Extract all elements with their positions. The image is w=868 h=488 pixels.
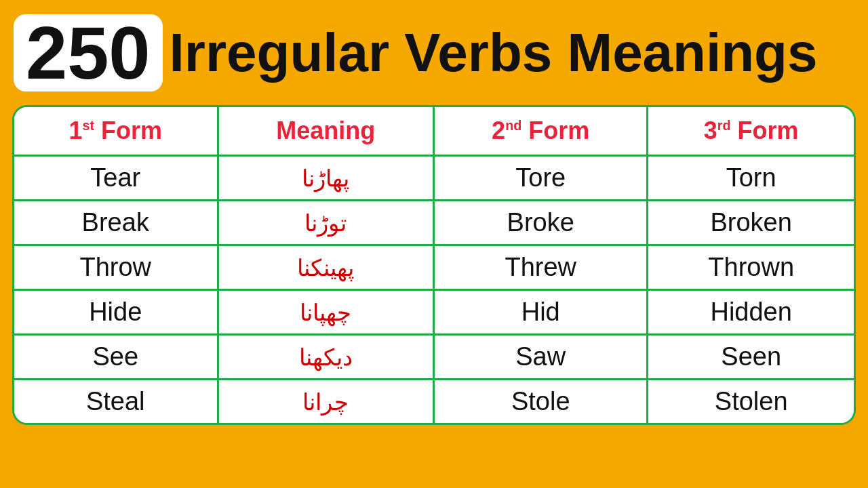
cell-meaning: چھپانا — [218, 290, 434, 335]
number-text: 250 — [26, 11, 151, 94]
cell-form3: Torn — [648, 156, 854, 201]
table-row: TearپھاڑناToreTorn — [14, 156, 854, 201]
cell-form1: Break — [14, 201, 218, 245]
table-row: HideچھپاناHidHidden — [14, 290, 854, 335]
col-header-meaning: Meaning — [218, 107, 434, 156]
cell-form2: Hid — [434, 290, 648, 335]
cell-form3: Stolen — [648, 380, 854, 424]
col-header-form2: 2nd Form — [434, 107, 648, 156]
table-body: TearپھاڑناToreTornBreakتوڑناBrokeBrokenT… — [14, 156, 854, 424]
cell-meaning: دیکھنا — [218, 335, 434, 380]
cell-form1: Throw — [14, 245, 218, 290]
cell-form2: Tore — [434, 156, 648, 201]
table-row: BreakتوڑناBrokeBroken — [14, 201, 854, 245]
col-header-form3: 3rd Form — [648, 107, 854, 156]
cell-form1: Steal — [14, 380, 218, 424]
cell-meaning: پھاڑنا — [218, 156, 434, 201]
cell-meaning: توڑنا — [218, 201, 434, 245]
cell-form2: Threw — [434, 245, 648, 290]
table-row: ThrowپھینکناThrewThrown — [14, 245, 854, 290]
cell-form2: Saw — [434, 335, 648, 380]
cell-form1: Hide — [14, 290, 218, 335]
cell-form1: Tear — [14, 156, 218, 201]
cell-form2: Broke — [434, 201, 648, 245]
table-wrapper: 1st Form Meaning 2nd Form 3rd Form Tearپ… — [12, 105, 856, 425]
cell-meaning: چرانا — [218, 380, 434, 424]
cell-form1: See — [14, 335, 218, 380]
header-title: Irregular Verbs Meanings — [170, 26, 818, 80]
number-badge: 250 — [14, 14, 163, 92]
cell-form2: Stole — [434, 380, 648, 424]
table-header-row: 1st Form Meaning 2nd Form 3rd Form — [14, 107, 854, 156]
cell-meaning: پھینکنا — [218, 245, 434, 290]
table-row: StealچراناStoleStolen — [14, 380, 854, 424]
cell-form3: Seen — [648, 335, 854, 380]
verb-table: 1st Form Meaning 2nd Form 3rd Form Tearپ… — [14, 107, 854, 423]
cell-form3: Hidden — [648, 290, 854, 335]
col-header-form1: 1st Form — [14, 107, 218, 156]
table-row: SeeدیکھناSawSeen — [14, 335, 854, 380]
header: 250 Irregular Verbs Meanings — [0, 0, 868, 105]
cell-form3: Broken — [648, 201, 854, 245]
cell-form3: Thrown — [648, 245, 854, 290]
